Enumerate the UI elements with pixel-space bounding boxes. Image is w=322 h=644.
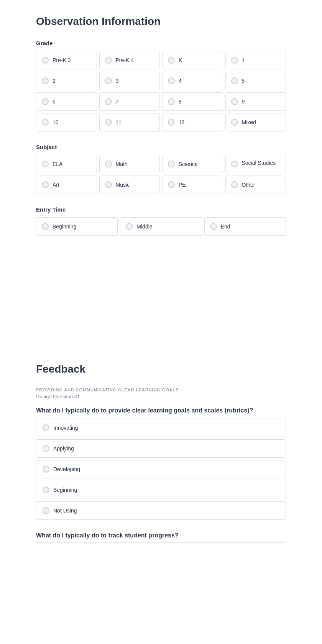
radio-circle — [43, 445, 49, 452]
grade-option-prek4[interactable]: Pre-K 4 — [99, 51, 160, 69]
grade-option-9[interactable]: 9 — [225, 92, 286, 111]
question1-option-applying[interactable]: Applying — [36, 439, 286, 458]
subject-options-grid: ELA Math Science Social Studies Art Musi… — [36, 155, 286, 194]
grade-option-label: 1 — [242, 57, 245, 63]
grade-option-label: 3 — [116, 78, 119, 84]
grade-option-6[interactable]: 6 — [36, 92, 97, 111]
question2-text: What do I typically do to track student … — [36, 532, 286, 543]
radio-circle — [168, 77, 175, 84]
question1-option-label: Applying — [53, 445, 74, 452]
subject-option-label: Art — [53, 182, 59, 188]
radio-circle — [42, 223, 49, 230]
entry-time-options-grid: Beginning Middle End — [36, 217, 286, 236]
subject-option-label: ELA — [53, 161, 62, 167]
page-title: Observation Information — [36, 15, 286, 28]
design-question-label: PROVIDING AND COMMUNICATING CLEAR LEARNI… — [36, 388, 286, 392]
subject-field-group: Subject ELA Math Science Social Studies … — [36, 144, 286, 194]
radio-circle — [42, 57, 49, 64]
grade-option-7[interactable]: 7 — [99, 92, 160, 111]
radio-circle — [105, 77, 112, 84]
grade-field-group: Grade Pre-K 3 Pre-K 4 K 1 2 — [36, 40, 286, 131]
grade-option-8[interactable]: 8 — [162, 92, 223, 111]
radio-circle — [210, 223, 217, 230]
entry-time-option-label: Middle — [136, 223, 152, 230]
subject-option-math[interactable]: Math — [99, 155, 160, 173]
question1-option-not-using[interactable]: Not Using — [36, 501, 286, 520]
grade-option-label: 5 — [242, 78, 245, 84]
grade-option-label: 9 — [242, 99, 245, 105]
grade-option-label: 11 — [116, 119, 122, 125]
design-question-sub: Design Question #1 — [36, 394, 286, 399]
radio-circle — [105, 119, 112, 126]
entry-time-option-end[interactable]: End — [204, 217, 286, 236]
radio-circle — [231, 98, 238, 105]
entry-time-option-beginning[interactable]: Beginning — [36, 217, 118, 236]
radio-circle — [42, 161, 49, 168]
grade-label: Grade — [36, 40, 286, 46]
radio-circle — [126, 223, 133, 230]
subject-option-label: Music — [116, 182, 130, 188]
grade-option-label: 7 — [116, 99, 119, 105]
grade-option-1[interactable]: 1 — [225, 51, 286, 69]
grade-option-label: 10 — [53, 119, 59, 125]
radio-circle — [231, 181, 238, 188]
subject-option-label: PE — [179, 182, 186, 188]
subject-option-label: Social Studies — [242, 160, 276, 166]
radio-circle — [168, 119, 175, 126]
question1-option-beginning[interactable]: Beginning — [36, 481, 286, 499]
radio-circle — [168, 181, 175, 188]
question1-option-label: Beginning — [53, 487, 77, 493]
grade-option-label: 8 — [179, 99, 182, 105]
radio-circle — [43, 507, 49, 514]
grade-option-10[interactable]: 10 — [36, 113, 97, 131]
subject-option-label: Math — [116, 161, 128, 167]
entry-time-label: Entry Time — [36, 206, 286, 213]
radio-circle — [42, 98, 49, 105]
grade-option-11[interactable]: 11 — [99, 113, 160, 131]
radio-circle — [231, 161, 238, 168]
radio-circle — [43, 466, 49, 473]
question1-option-label: Developing — [53, 466, 80, 472]
grade-option-12[interactable]: 12 — [162, 113, 223, 131]
subject-option-art[interactable]: Art — [36, 176, 97, 194]
grade-option-4[interactable]: 4 — [162, 72, 223, 90]
entry-time-field-group: Entry Time Beginning Middle End — [36, 206, 286, 236]
subject-option-music[interactable]: Music — [99, 176, 160, 194]
entry-time-option-label: Beginning — [53, 223, 76, 230]
grade-option-3[interactable]: 3 — [99, 72, 160, 90]
grade-option-k[interactable]: K — [162, 51, 223, 69]
radio-circle — [43, 486, 49, 493]
design-question-group: PROVIDING AND COMMUNICATING CLEAR LEARNI… — [36, 388, 286, 543]
grade-option-label: Pre-K 3 — [53, 57, 71, 63]
radio-circle — [231, 77, 238, 84]
subject-label: Subject — [36, 144, 286, 150]
radio-circle — [42, 77, 49, 84]
subject-option-science[interactable]: Science — [162, 155, 223, 173]
radio-circle — [42, 119, 49, 126]
radio-circle — [105, 181, 112, 188]
radio-circle — [42, 181, 49, 188]
grade-option-2[interactable]: 2 — [36, 72, 97, 90]
grade-option-label: Mixed — [242, 119, 256, 125]
grade-option-label: 12 — [179, 119, 185, 125]
subject-option-ela[interactable]: ELA — [36, 155, 97, 173]
grade-option-label: K — [179, 57, 182, 63]
grade-option-prek3[interactable]: Pre-K 3 — [36, 51, 97, 69]
grade-options-grid: Pre-K 3 Pre-K 4 K 1 2 3 — [36, 51, 286, 131]
grade-option-5[interactable]: 5 — [225, 72, 286, 90]
entry-time-option-middle[interactable]: Middle — [120, 217, 202, 236]
subject-option-social-studies[interactable]: Social Studies — [225, 155, 286, 173]
radio-circle — [231, 57, 238, 64]
question1-option-developing[interactable]: Developing — [36, 460, 286, 478]
subject-option-other[interactable]: Other — [225, 176, 286, 194]
grade-option-mixed[interactable]: Mixed — [225, 113, 286, 131]
question1-option-innovating[interactable]: Innovating — [36, 419, 286, 437]
spacer — [36, 248, 286, 363]
radio-circle — [105, 57, 112, 64]
radio-circle — [105, 98, 112, 105]
subject-option-pe[interactable]: PE — [162, 176, 223, 194]
grade-option-label: Pre-K 4 — [116, 57, 134, 63]
grade-option-label: 6 — [53, 99, 56, 105]
radio-circle — [168, 57, 175, 64]
radio-circle — [43, 424, 49, 431]
